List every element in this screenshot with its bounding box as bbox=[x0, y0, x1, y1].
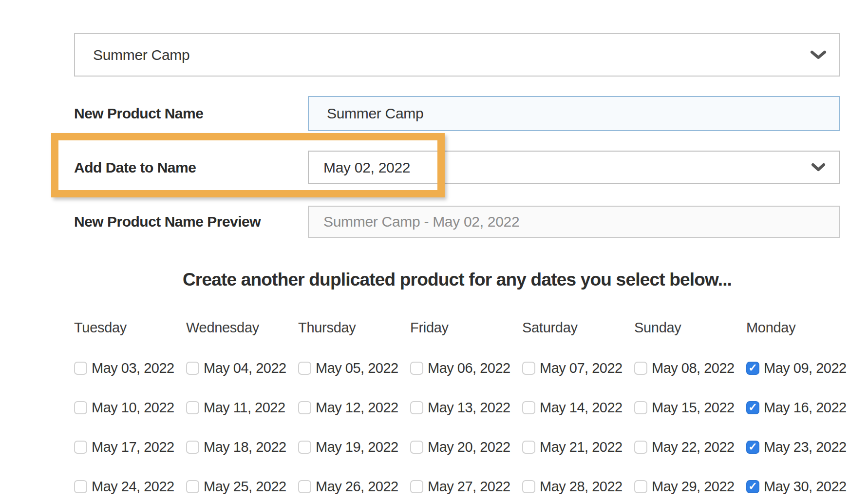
date-checkbox[interactable] bbox=[634, 401, 647, 414]
chevron-down-icon bbox=[810, 163, 827, 173]
new-product-name-input[interactable] bbox=[308, 96, 840, 131]
date-cell: May 12, 2022 bbox=[298, 399, 410, 416]
date-label: May 09, 2022 bbox=[764, 360, 847, 376]
date-cell: May 08, 2022 bbox=[634, 360, 746, 376]
date-cell: May 24, 2022 bbox=[74, 478, 186, 495]
new-product-name-preview-input[interactable] bbox=[308, 206, 840, 238]
date-cell: May 14, 2022 bbox=[522, 399, 634, 416]
date-cell: May 16, 2022 bbox=[746, 399, 858, 416]
add-date-to-name-label: Add Date to Name bbox=[74, 151, 196, 184]
day-headers-row: Tuesday Wednesday Thursday Friday Saturd… bbox=[74, 320, 858, 336]
date-label: May 26, 2022 bbox=[316, 479, 398, 495]
date-label: May 04, 2022 bbox=[204, 360, 286, 376]
date-cell: May 23, 2022 bbox=[746, 439, 858, 455]
day-header: Sunday bbox=[634, 320, 746, 336]
date-checkbox[interactable] bbox=[522, 480, 535, 493]
date-cell: May 18, 2022 bbox=[186, 439, 298, 455]
date-checkbox[interactable] bbox=[410, 362, 423, 375]
date-cell: May 30, 2022 bbox=[746, 478, 858, 495]
date-checkbox[interactable] bbox=[634, 441, 647, 454]
date-label: May 20, 2022 bbox=[428, 439, 510, 455]
date-checkbox[interactable] bbox=[298, 441, 311, 454]
date-label: May 15, 2022 bbox=[652, 400, 735, 416]
date-checkbox[interactable] bbox=[74, 441, 87, 454]
date-cell: May 15, 2022 bbox=[634, 399, 746, 416]
date-checkbox[interactable] bbox=[186, 441, 199, 454]
date-label: May 14, 2022 bbox=[540, 400, 623, 416]
date-checkbox[interactable] bbox=[522, 362, 535, 375]
date-label: May 21, 2022 bbox=[540, 439, 623, 455]
week-row: May 10, 2022 May 11, 2022 May 12, 2022 M… bbox=[74, 399, 858, 416]
day-header: Tuesday bbox=[74, 320, 186, 336]
date-cell: May 25, 2022 bbox=[186, 478, 298, 495]
date-checkbox[interactable] bbox=[410, 441, 423, 454]
date-cell: May 20, 2022 bbox=[410, 439, 522, 455]
date-cell: May 09, 2022 bbox=[746, 360, 858, 376]
week-row: May 17, 2022 May 18, 2022 May 19, 2022 M… bbox=[74, 439, 858, 455]
day-header: Monday bbox=[746, 320, 858, 336]
date-cell: May 04, 2022 bbox=[186, 360, 298, 376]
date-checkbox[interactable] bbox=[746, 441, 759, 454]
date-checkbox[interactable] bbox=[298, 480, 311, 493]
date-checkbox[interactable] bbox=[634, 362, 647, 375]
date-checkbox[interactable] bbox=[74, 362, 87, 375]
date-checkbox[interactable] bbox=[186, 401, 199, 414]
date-checkbox[interactable] bbox=[410, 401, 423, 414]
week-row: May 03, 2022 May 04, 2022 May 05, 2022 M… bbox=[74, 360, 858, 376]
date-label: May 13, 2022 bbox=[428, 400, 510, 416]
date-checkbox[interactable] bbox=[74, 480, 87, 493]
date-label: May 28, 2022 bbox=[540, 479, 623, 495]
date-label: May 27, 2022 bbox=[428, 479, 510, 495]
date-label: May 16, 2022 bbox=[764, 400, 847, 416]
date-checkbox[interactable] bbox=[186, 480, 199, 493]
date-checkbox[interactable] bbox=[186, 362, 199, 375]
date-cell: May 28, 2022 bbox=[522, 478, 634, 495]
date-label: May 05, 2022 bbox=[316, 360, 398, 376]
date-label: May 19, 2022 bbox=[316, 439, 398, 455]
date-cell: May 03, 2022 bbox=[74, 360, 186, 376]
date-cell: May 19, 2022 bbox=[298, 439, 410, 455]
date-checkbox[interactable] bbox=[74, 401, 87, 414]
date-cell: May 29, 2022 bbox=[634, 478, 746, 495]
date-cell: May 11, 2022 bbox=[186, 399, 298, 416]
date-label: May 22, 2022 bbox=[652, 439, 735, 455]
date-cell: May 27, 2022 bbox=[410, 478, 522, 495]
date-label: May 06, 2022 bbox=[428, 360, 510, 376]
add-date-to-name-select[interactable]: May 02, 2022 bbox=[308, 151, 840, 184]
date-checkbox[interactable] bbox=[746, 362, 759, 375]
date-label: May 12, 2022 bbox=[316, 400, 398, 416]
day-header: Thursday bbox=[298, 320, 410, 336]
calendar-heading: Create another duplicated product for an… bbox=[74, 270, 840, 290]
date-checkbox[interactable] bbox=[746, 401, 759, 414]
date-cell: May 17, 2022 bbox=[74, 439, 186, 455]
date-cell: May 10, 2022 bbox=[74, 399, 186, 416]
date-label: May 25, 2022 bbox=[204, 479, 286, 495]
date-checkbox[interactable] bbox=[522, 441, 535, 454]
day-header: Wednesday bbox=[186, 320, 298, 336]
date-label: May 07, 2022 bbox=[540, 360, 623, 376]
date-label: May 17, 2022 bbox=[92, 439, 174, 455]
date-label: May 18, 2022 bbox=[204, 439, 286, 455]
product-select[interactable]: Summer Camp bbox=[74, 33, 840, 77]
date-checkbox[interactable] bbox=[634, 480, 647, 493]
date-checkbox[interactable] bbox=[298, 362, 311, 375]
date-cell: May 26, 2022 bbox=[298, 478, 410, 495]
date-checkbox[interactable] bbox=[522, 401, 535, 414]
date-cell: May 21, 2022 bbox=[522, 439, 634, 455]
new-product-name-label: New Product Name bbox=[74, 96, 203, 131]
date-cell: May 07, 2022 bbox=[522, 360, 634, 376]
date-label: May 23, 2022 bbox=[764, 439, 847, 455]
add-date-select-value: May 02, 2022 bbox=[323, 159, 410, 176]
date-cell: May 05, 2022 bbox=[298, 360, 410, 376]
date-checkbox[interactable] bbox=[746, 480, 759, 493]
date-label: May 11, 2022 bbox=[204, 400, 285, 416]
date-label: May 10, 2022 bbox=[92, 400, 174, 416]
date-checkbox[interactable] bbox=[410, 480, 423, 493]
date-cell: May 22, 2022 bbox=[634, 439, 746, 455]
week-row: May 24, 2022 May 25, 2022 May 26, 2022 M… bbox=[74, 478, 858, 495]
date-checkbox[interactable] bbox=[298, 401, 311, 414]
preview-label: New Product Name Preview bbox=[74, 206, 261, 238]
product-select-value: Summer Camp bbox=[93, 47, 189, 63]
date-label: May 08, 2022 bbox=[652, 360, 735, 376]
day-header: Friday bbox=[410, 320, 522, 336]
